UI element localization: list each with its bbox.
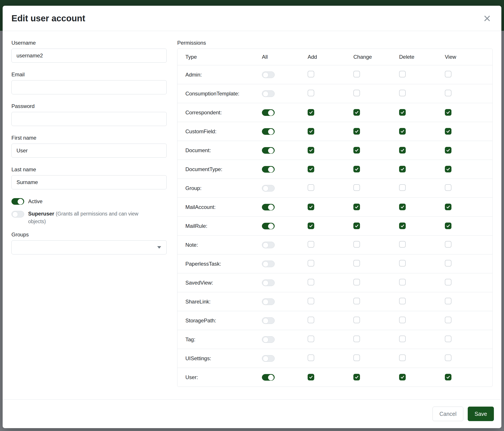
cancel-button[interactable]: Cancel xyxy=(432,407,463,421)
permission-add-checkbox[interactable] xyxy=(308,90,314,96)
permission-view-checkbox[interactable] xyxy=(445,279,451,285)
permission-all-toggle[interactable] xyxy=(262,355,275,362)
permission-add-checkbox[interactable] xyxy=(308,128,314,135)
permission-change-checkbox[interactable] xyxy=(353,71,360,77)
permission-delete-checkbox[interactable] xyxy=(399,298,406,304)
permission-add-checkbox[interactable] xyxy=(308,374,314,380)
permission-view-checkbox[interactable] xyxy=(445,223,451,229)
permission-delete-checkbox[interactable] xyxy=(399,279,406,285)
permission-delete-checkbox[interactable] xyxy=(399,354,406,361)
permission-change-checkbox[interactable] xyxy=(353,260,360,267)
permission-view-checkbox[interactable] xyxy=(445,166,451,172)
permission-delete-checkbox[interactable] xyxy=(399,260,406,267)
permission-all-toggle[interactable] xyxy=(262,336,275,343)
permission-change-checkbox[interactable] xyxy=(353,317,360,323)
permission-view-checkbox[interactable] xyxy=(445,336,451,342)
permission-all-toggle[interactable] xyxy=(262,242,275,248)
groups-select[interactable] xyxy=(11,240,167,254)
permission-delete-checkbox[interactable] xyxy=(399,166,406,172)
close-icon[interactable]: × xyxy=(482,12,493,25)
permission-change-checkbox[interactable] xyxy=(353,336,360,342)
permission-view-checkbox[interactable] xyxy=(445,147,451,153)
username-input[interactable] xyxy=(11,49,167,63)
permission-all-toggle[interactable] xyxy=(262,72,275,78)
permission-add-checkbox[interactable] xyxy=(308,317,314,323)
permission-add-checkbox[interactable] xyxy=(308,184,314,191)
permission-delete-checkbox[interactable] xyxy=(399,317,406,323)
permission-view-checkbox[interactable] xyxy=(445,260,451,267)
permission-view-checkbox[interactable] xyxy=(445,354,451,361)
permission-change-checkbox[interactable] xyxy=(353,166,360,172)
permission-delete-checkbox[interactable] xyxy=(399,204,406,210)
permission-change-checkbox[interactable] xyxy=(353,90,360,96)
permission-delete-checkbox[interactable] xyxy=(399,336,406,342)
permission-delete-checkbox[interactable] xyxy=(399,71,406,77)
permission-change-checkbox[interactable] xyxy=(353,354,360,361)
permission-delete-checkbox[interactable] xyxy=(399,374,406,380)
permission-delete-checkbox[interactable] xyxy=(399,90,406,96)
first-name-input[interactable] xyxy=(11,144,167,158)
permission-delete-checkbox[interactable] xyxy=(399,223,406,229)
permission-view-checkbox[interactable] xyxy=(445,204,451,210)
permission-delete-checkbox[interactable] xyxy=(399,109,406,116)
permission-add-checkbox[interactable] xyxy=(308,204,314,210)
modal-title: Edit user account xyxy=(11,13,85,23)
permission-view-checkbox[interactable] xyxy=(445,317,451,323)
permission-change-checkbox[interactable] xyxy=(353,109,360,116)
permission-delete-checkbox[interactable] xyxy=(399,184,406,191)
permission-add-checkbox[interactable] xyxy=(308,241,314,248)
permission-all-toggle[interactable] xyxy=(262,317,275,324)
last-name-input[interactable] xyxy=(11,175,167,189)
permission-all-toggle[interactable] xyxy=(262,260,275,267)
permission-change-checkbox[interactable] xyxy=(353,147,360,153)
permission-type-label: Group: xyxy=(178,185,262,191)
permission-all-toggle[interactable] xyxy=(262,128,275,135)
permission-add-checkbox[interactable] xyxy=(308,166,314,172)
permission-add-checkbox[interactable] xyxy=(308,71,314,77)
permission-change-checkbox[interactable] xyxy=(353,184,360,191)
permission-add-checkbox[interactable] xyxy=(308,354,314,361)
permission-delete-checkbox[interactable] xyxy=(399,128,406,135)
permission-all-toggle[interactable] xyxy=(262,166,275,173)
permission-add-checkbox[interactable] xyxy=(308,147,314,153)
permission-change-checkbox[interactable] xyxy=(353,241,360,248)
permission-view-checkbox[interactable] xyxy=(445,184,451,191)
permission-add-checkbox[interactable] xyxy=(308,336,314,342)
permission-all-cell xyxy=(262,223,308,229)
permission-add-checkbox[interactable] xyxy=(308,223,314,229)
permission-change-checkbox[interactable] xyxy=(353,374,360,380)
permission-change-checkbox[interactable] xyxy=(353,223,360,229)
permission-delete-cell xyxy=(399,204,445,210)
permission-change-checkbox[interactable] xyxy=(353,128,360,135)
permission-change-checkbox[interactable] xyxy=(353,204,360,210)
permission-all-toggle[interactable] xyxy=(262,204,275,210)
permission-view-checkbox[interactable] xyxy=(445,109,451,116)
password-field[interactable] xyxy=(11,112,167,126)
permission-delete-checkbox[interactable] xyxy=(399,241,406,248)
permission-view-checkbox[interactable] xyxy=(445,128,451,135)
email-field[interactable] xyxy=(11,80,167,94)
permission-change-checkbox[interactable] xyxy=(353,279,360,285)
permission-view-checkbox[interactable] xyxy=(445,241,451,248)
permission-add-checkbox[interactable] xyxy=(308,279,314,285)
permission-view-checkbox[interactable] xyxy=(445,90,451,96)
permission-view-checkbox[interactable] xyxy=(445,71,451,77)
permission-view-checkbox[interactable] xyxy=(445,374,451,380)
save-button[interactable]: Save xyxy=(468,407,494,421)
permission-all-toggle[interactable] xyxy=(262,374,275,381)
superuser-toggle[interactable] xyxy=(11,211,24,217)
permission-all-toggle[interactable] xyxy=(262,223,275,229)
permission-all-toggle[interactable] xyxy=(262,109,275,116)
permission-all-toggle[interactable] xyxy=(262,147,275,154)
permission-add-checkbox[interactable] xyxy=(308,109,314,116)
permission-delete-checkbox[interactable] xyxy=(399,147,406,153)
permission-add-checkbox[interactable] xyxy=(308,260,314,267)
permission-all-toggle[interactable] xyxy=(262,279,275,286)
permission-add-checkbox[interactable] xyxy=(308,298,314,304)
active-toggle[interactable] xyxy=(11,198,24,205)
permission-all-toggle[interactable] xyxy=(262,90,275,97)
permission-all-toggle[interactable] xyxy=(262,298,275,305)
permission-change-checkbox[interactable] xyxy=(353,298,360,304)
permission-view-checkbox[interactable] xyxy=(445,298,451,304)
permission-all-toggle[interactable] xyxy=(262,185,275,191)
